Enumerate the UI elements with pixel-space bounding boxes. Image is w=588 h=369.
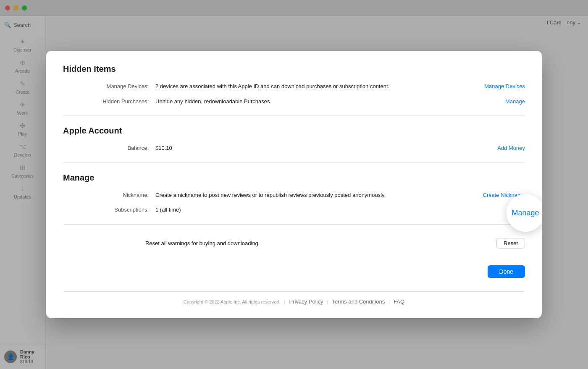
reset-content: Reset all warnings for buying and downlo… <box>145 240 486 246</box>
nickname-row: Nickname: Create a nickname to post new … <box>80 191 525 199</box>
add-money-link[interactable]: Add Money <box>497 145 525 151</box>
done-button[interactable]: Done <box>488 265 525 278</box>
balance-content: $10.10 <box>155 144 487 152</box>
manage-circle-label[interactable]: Manage <box>512 209 539 217</box>
apple-account-rows: Balance: $10.10 Add Money <box>80 144 525 152</box>
subscriptions-row: Subscriptions: 1 (all time) Manage <box>80 206 525 214</box>
divider-3 <box>63 224 525 225</box>
balance-action: Add Money <box>487 144 525 152</box>
terms-link[interactable]: Terms and Conditions <box>332 298 385 305</box>
modal-dialog: Hidden Items Manage Devices: 2 devices a… <box>46 51 542 318</box>
hidden-purchases-row: Hidden Purchases: Unhide any hidden, red… <box>80 97 525 106</box>
hidden-purchases-link[interactable]: Manage <box>505 98 525 105</box>
hidden-purchases-label: Hidden Purchases: <box>80 97 155 105</box>
apple-account-section: Apple Account Balance: $10.10 Add Money <box>63 126 525 152</box>
manage-title: Manage <box>63 173 525 183</box>
subscriptions-content: 1 (all time) <box>155 206 515 214</box>
hidden-items-title: Hidden Items <box>63 64 525 74</box>
reset-button[interactable]: Reset <box>496 238 525 249</box>
nickname-label: Nickname: <box>80 191 155 198</box>
hidden-purchases-content: Unhide any hidden, redownloadable Purcha… <box>155 97 495 106</box>
manage-section: Manage Nickname: Create a nickname to po… <box>63 173 525 214</box>
manage-devices-action: Manage Devices <box>474 82 525 90</box>
reset-row: Reset all warnings for buying and downlo… <box>63 235 525 252</box>
manage-devices-link[interactable]: Manage Devices <box>484 83 525 89</box>
apple-account-title: Apple Account <box>63 126 525 136</box>
privacy-policy-link[interactable]: Privacy Policy <box>289 298 323 305</box>
manage-devices-content: 2 devices are associated with this Apple… <box>155 82 474 91</box>
balance-row: Balance: $10.10 Add Money <box>80 144 525 152</box>
faq-link[interactable]: FAQ <box>394 298 404 305</box>
copyright-text: Copyright © 2022 Apple Inc. All rights r… <box>184 299 281 304</box>
modal-overlay: Hidden Items Manage Devices: 2 devices a… <box>0 0 588 369</box>
balance-label: Balance: <box>80 144 155 151</box>
manage-rows: Nickname: Create a nickname to post new … <box>80 191 525 214</box>
manage-devices-row: Manage Devices: 2 devices are associated… <box>80 82 525 91</box>
divider-1 <box>63 115 525 116</box>
reset-action: Reset <box>486 238 525 249</box>
manage-circle-highlight: Manage <box>507 194 542 232</box>
subscriptions-label: Subscriptions: <box>80 206 155 213</box>
footer-row: Done <box>63 262 525 278</box>
modal-footer: Copyright © 2022 Apple Inc. All rights r… <box>63 291 525 305</box>
nickname-content: Create a nickname to post new reviews or… <box>155 191 473 199</box>
divider-2 <box>63 162 525 163</box>
hidden-items-rows: Manage Devices: 2 devices are associated… <box>80 82 525 105</box>
hidden-items-section: Hidden Items Manage Devices: 2 devices a… <box>63 64 525 105</box>
manage-devices-label: Manage Devices: <box>80 82 155 89</box>
hidden-purchases-action: Manage <box>495 97 525 105</box>
